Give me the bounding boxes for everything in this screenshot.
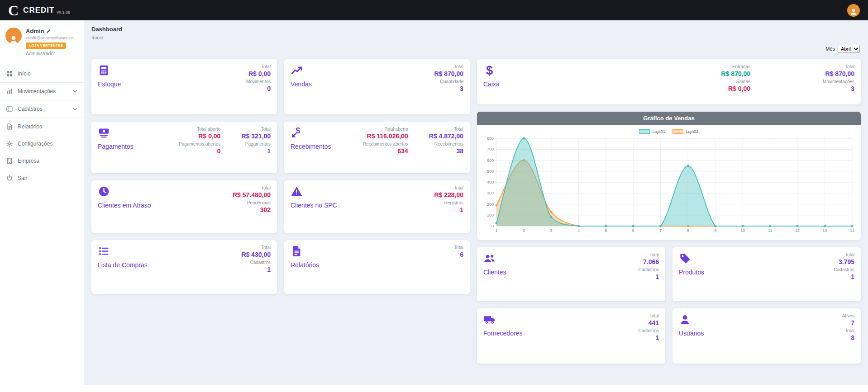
warning-icon [291,185,303,198]
topbar: C CREDIT v0.1.88 [0,0,868,20]
stat-value: R$ 0,00 [728,85,750,93]
sidebar-item-label: Movimentações [18,88,56,94]
card-title[interactable]: Usuários [679,330,704,337]
sidebar-item-cadastros[interactable]: Cadastros [0,100,84,118]
svg-text:8: 8 [687,228,689,233]
legend-item[interactable]: Loja02 [672,129,699,134]
banknotes-icon [98,127,110,139]
sidebar-item-empresa[interactable]: Empresa [0,152,84,170]
sidebar-item-label: Configurações [18,141,52,147]
month-select[interactable]: Abril [838,45,860,53]
stat-label: Registros [444,200,463,205]
money-receive-icon: $ [291,127,303,139]
legend-item[interactable]: Loja01 [639,129,665,134]
card-clientes-no-spc: Clientes no SPC Total R$ 228,00 Registro… [284,180,470,233]
file-icon [291,245,303,257]
sidebar-item-relatorios[interactable]: Relatórios [0,118,84,135]
card-title[interactable]: Clientes em Atraso [98,202,151,209]
stat-label: Total [261,245,271,250]
card-title[interactable]: Vendas [291,80,312,88]
sidebar-item-label: Cadastros [18,106,43,112]
stat-label: Recebimentos [434,142,463,146]
card-lista-de-compras: Lista de Compras Total R$ 430,00 Cadastr… [91,240,277,294]
svg-text:800: 800 [487,136,494,141]
card-title[interactable]: Relatórios [291,261,319,269]
profile-email: credit@anronsoftware.co... [26,35,77,40]
stat-value: 1 [267,147,271,156]
stat-label: Total [454,64,463,69]
card-title[interactable]: Lista de Compras [98,261,148,269]
breadcrumb[interactable]: Início [91,35,861,40]
edit-profile-icon[interactable] [46,29,51,33]
stat-label: Total [845,328,854,333]
app-logo: C [8,3,19,18]
stat-value: 7 [851,319,854,327]
card-title[interactable]: Clientes no SPC [291,202,337,209]
card-vendas: Vendas Total R$ 870,00 Quantidade 3 [284,59,470,114]
card-fornecedores: Fornecedores Total 441 Cadastros 1 [477,308,665,364]
stat-value: 7.066 [643,258,659,266]
main-content: Dashboard Início Mês Abril Estoque Total… [84,20,868,385]
profile-role: Administrador [26,51,77,56]
chevron-down-icon [73,90,77,93]
clock-icon [98,185,110,198]
tag-icon [679,252,691,264]
store-badge: LOJA VERTENTES [26,43,66,49]
brand-name: CREDIT [23,6,54,15]
stat-value: 38 [456,147,463,156]
svg-text:100: 100 [487,213,494,217]
legend-swatch [672,129,683,134]
stat-label: Total [261,185,271,190]
card-produtos: Produtos Total 3.795 Cadastros 1 [672,247,861,301]
card-title[interactable]: Estoque [98,80,121,88]
card-title[interactable]: Clientes [483,269,506,276]
sidebar: Admin credit@anronsoftware.co... LOJA VE… [0,20,84,385]
list-icon [98,245,110,257]
card-title[interactable]: Produtos [679,269,704,276]
stat-label: Total [454,245,463,250]
stat-value: R$ 0,00 [248,70,271,78]
sales-chart-card: Gráfico de Vendas Loja01Loja02 010020030… [477,112,861,240]
svg-text:600: 600 [487,158,494,163]
truck-icon [483,313,496,326]
svg-text:9: 9 [714,228,716,233]
card-recebimentos: $ Recebimentos Total aberto R$ 116.026,0… [284,122,470,173]
stat-value: R$ 870,00 [721,70,750,78]
stat-label: Total [454,127,463,132]
stat-label: Cadastros [250,260,271,265]
card-pagamentos: Pagamentos Total aberto R$ 0,00 Pagament… [91,122,277,173]
sidebar-item-configuracoes[interactable]: Configurações [0,135,84,152]
stat-value: 3 [851,85,854,93]
chevron-down-icon [73,108,77,110]
card-title[interactable]: Recebimentos [291,143,331,150]
stat-label: Pagamentos abertos [179,142,220,146]
stat-value: R$ 57.480,00 [233,191,271,199]
sidebar-item-movimentacoes[interactable]: Movimentações [0,82,84,100]
sidebar-item-sair[interactable]: Sair [0,170,84,187]
svg-text:200: 200 [487,202,494,207]
svg-text:4: 4 [577,228,580,233]
chart-legend: Loja01Loja02 [477,129,861,134]
stat-value: R$ 0,00 [198,132,220,141]
stat-value: 441 [649,319,659,327]
card-estoque: Estoque Total R$ 0,00 Movimentos 0 [91,59,277,114]
card-relatorios: Relatórios Total 6 [284,240,470,294]
calculator-icon [98,64,110,76]
sidebar-item-inicio[interactable]: Início [0,65,84,82]
registers-icon [6,106,13,112]
reports-icon [6,123,13,130]
card-title[interactable]: Caixa [483,80,500,88]
stat-value: 1 [851,273,854,281]
stat-value: 3 [460,85,463,93]
stat-value: R$ 4.872,00 [429,132,463,141]
power-icon [6,175,13,181]
stat-label: Total aberto [384,127,408,132]
stat-label: Pendências [247,200,271,205]
svg-text:3: 3 [550,228,552,233]
card-title[interactable]: Pagamentos [98,143,134,150]
stat-label: Recebimentos abertos [363,142,408,146]
user-avatar[interactable] [847,4,860,17]
svg-text:0: 0 [491,224,494,228]
stat-value: R$ 870,00 [434,70,463,78]
card-title[interactable]: Fornecedores [483,330,522,337]
